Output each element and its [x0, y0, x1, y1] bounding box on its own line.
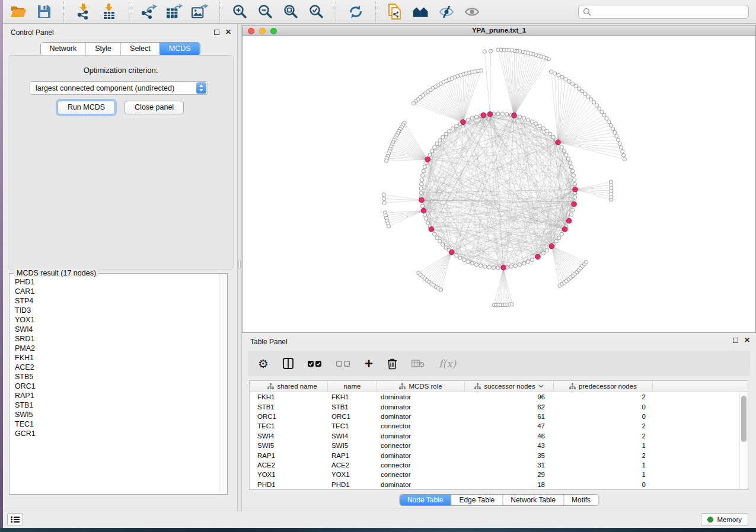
divider-grip[interactable]	[238, 259, 241, 269]
mcds-result-item[interactable]: PHD1	[10, 277, 219, 287]
table-row[interactable]: ACE2ACE2connector311	[250, 460, 739, 470]
zoom-fit-icon[interactable]	[282, 4, 299, 20]
tab-motifs[interactable]: Motifs	[563, 495, 598, 505]
zoom-out-icon[interactable]	[257, 4, 273, 20]
table-settings-gear-icon[interactable]: ⚙	[258, 356, 269, 371]
toolbar-separator	[63, 2, 64, 22]
table-panel-tabs: Node Table Edge Table Network Table Moti…	[399, 494, 599, 506]
table-row[interactable]: ORC1ORC1dominator610	[250, 412, 739, 421]
mcds-result-item[interactable]: YOX1	[10, 315, 219, 325]
hierarchy-icon	[569, 383, 576, 389]
tab-select[interactable]: Select	[120, 43, 160, 55]
mcds-result-item[interactable]: ACE2	[10, 363, 219, 372]
table-row[interactable]: RAP1RAP1dominator352	[250, 450, 739, 460]
tab-mcds[interactable]: MCDS	[160, 43, 200, 55]
mcds-result-item[interactable]: SWI4	[10, 325, 219, 334]
mcds-result-item[interactable]: SWI5	[10, 410, 219, 419]
mcds-result-item[interactable]: GCR1	[10, 429, 219, 438]
optimization-criterion-select[interactable]: largest connected component (undirected)	[30, 81, 208, 95]
workspace: Control Panel ✕ Network Style Select MCD…	[3, 24, 756, 511]
table-row[interactable]: FKH1FKH1dominator962	[250, 392, 739, 402]
table-row[interactable]: TEC1TEC1connector472	[250, 421, 739, 431]
select-all-icon[interactable]	[308, 356, 322, 371]
run-mcds-button[interactable]: Run MCDS	[58, 101, 115, 114]
column-header-shared-name[interactable]: shared name	[250, 381, 328, 392]
table-row[interactable]: STB1STB1dominator620	[250, 402, 739, 411]
node-table-body[interactable]: FKH1FKH1dominator962STB1STB1dominator620…	[250, 392, 739, 489]
float-panel-icon[interactable]	[733, 338, 738, 343]
houses-icon[interactable]	[413, 4, 429, 20]
mcds-result-item[interactable]: ORC1	[10, 382, 219, 391]
hierarchy-icon	[267, 383, 274, 389]
network-view-window: YPA_prune.txt_1	[242, 25, 756, 333]
export-image-icon[interactable]	[192, 4, 208, 20]
float-panel-icon[interactable]	[214, 30, 219, 35]
copy-document-icon[interactable]	[387, 4, 404, 20]
tab-style[interactable]: Style	[85, 43, 120, 55]
mcds-result-item[interactable]: STP4	[10, 296, 219, 306]
column-header-name[interactable]: name	[328, 381, 377, 392]
mcds-result-item[interactable]: SRD1	[10, 334, 219, 344]
mcds-result-item[interactable]: STB5	[10, 372, 219, 382]
close-panel-icon[interactable]: ✕	[744, 337, 750, 343]
table-row[interactable]: PHD1PHD1dominator180	[250, 480, 739, 489]
zoom-in-icon[interactable]	[231, 4, 248, 20]
mcds-result-scrollbar[interactable]	[219, 274, 227, 493]
tab-network[interactable]: Network	[40, 43, 85, 55]
mcds-result-item[interactable]: FKH1	[10, 353, 219, 363]
network-canvas[interactable]	[243, 37, 755, 332]
delete-column-icon[interactable]	[387, 356, 397, 371]
mcds-result-list[interactable]: PHD1CAR1STP4TID3YOX1SWI4SRD1PMA2FKH1ACE2…	[10, 277, 219, 493]
eye-icon[interactable]	[464, 4, 480, 20]
table-row[interactable]: SWI5SWI5connector431	[250, 441, 739, 450]
column-header-predecessor-nodes[interactable]: predecessor nodes	[554, 381, 653, 392]
table-cell: 61	[465, 413, 554, 420]
table-cell: ORC1	[328, 413, 377, 420]
desktop: Control Panel ✕ Network Style Select MCD…	[0, 0, 756, 532]
table-scrollbar-thumb[interactable]	[741, 396, 747, 442]
search-input[interactable]	[594, 8, 744, 16]
import-table-icon[interactable]	[101, 4, 117, 20]
table-cell: FKH1	[250, 393, 328, 400]
table-cell: TEC1	[250, 422, 328, 430]
search-box[interactable]	[578, 5, 749, 19]
table-scrollbar[interactable]	[739, 392, 748, 489]
control-panel: Control Panel ✕ Network Style Select MCD…	[3, 24, 237, 511]
export-network-icon[interactable]	[141, 4, 157, 20]
column-header-successor-nodes[interactable]: successor nodes	[465, 381, 554, 392]
mcds-result-box: MCDS result (17 nodes) PHD1CAR1STP4TID3Y…	[9, 273, 228, 495]
mcds-result-item[interactable]: TID3	[10, 306, 219, 315]
deselect-all-icon[interactable]	[336, 356, 350, 371]
table-cell: dominator	[377, 432, 465, 440]
column-header-mcds-role[interactable]: MCDS role	[377, 381, 465, 392]
close-panel-icon[interactable]: ✕	[225, 29, 231, 35]
table-row[interactable]: YOX1YOX1connector291	[250, 470, 739, 479]
memory-status-icon	[707, 517, 713, 523]
add-column-icon[interactable]: +	[365, 356, 373, 371]
mcds-result-item[interactable]: CAR1	[10, 287, 219, 296]
export-table-icon[interactable]	[166, 4, 183, 20]
eye-slash-icon[interactable]	[438, 4, 455, 20]
panel-split-divider[interactable]	[237, 24, 242, 511]
memory-button[interactable]: Memory	[701, 513, 748, 526]
close-panel-button[interactable]: Close panel	[125, 101, 184, 114]
mcds-result-item[interactable]: STB1	[10, 400, 219, 410]
column-chooser-icon[interactable]	[283, 356, 294, 371]
table-cell: 1	[554, 442, 653, 449]
table-row[interactable]: SWI4SWI4dominator462	[250, 431, 739, 441]
tab-edge-table[interactable]: Edge Table	[451, 495, 502, 505]
mcds-result-item[interactable]: PMA2	[10, 344, 219, 353]
save-icon[interactable]	[36, 4, 52, 20]
refresh-icon[interactable]	[347, 4, 364, 20]
tab-network-table[interactable]: Network Table	[502, 495, 563, 505]
table-cell: ACE2	[328, 462, 377, 469]
zoom-selected-icon[interactable]	[308, 4, 324, 20]
table-cell: 2	[554, 432, 653, 440]
mcds-result-item[interactable]: RAP1	[10, 391, 219, 400]
open-folder-icon[interactable]	[10, 4, 27, 20]
mcds-result-item[interactable]: TEC1	[10, 419, 219, 429]
import-network-icon[interactable]	[75, 4, 92, 20]
network-window-titlebar[interactable]: YPA_prune.txt_1	[243, 26, 755, 36]
task-history-button[interactable]	[7, 513, 23, 526]
tab-node-table[interactable]: Node Table	[400, 495, 451, 505]
